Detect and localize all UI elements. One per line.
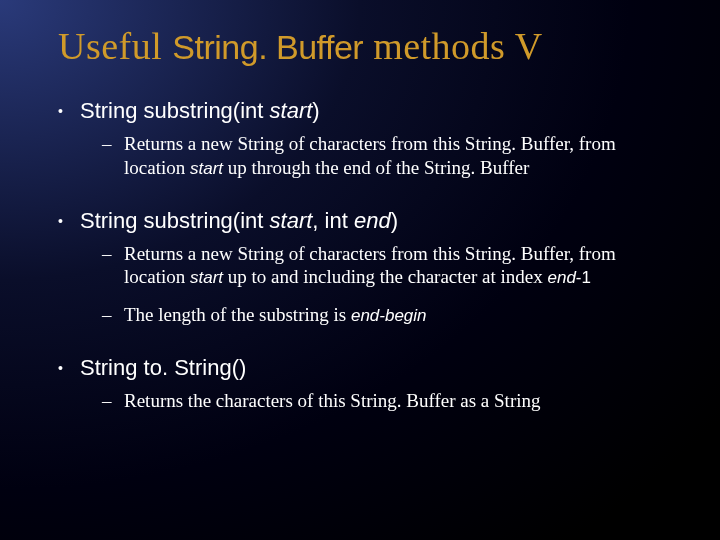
list-item: – Returns a new String of characters fro… xyxy=(102,132,680,180)
sig-param: start xyxy=(270,98,313,123)
sig-param: end xyxy=(354,208,391,233)
title-pre: Useful xyxy=(58,25,172,67)
sig-text: String substring(int xyxy=(80,208,270,233)
bullet-icon: • xyxy=(58,213,80,229)
sig-text: ) xyxy=(312,98,319,123)
sig-text: , int xyxy=(312,208,354,233)
desc-text: up through the end of the String. Buffer xyxy=(223,157,529,178)
list-item: • String substring(int start, int end) –… xyxy=(58,208,680,327)
method-heading: • String to. String() xyxy=(58,355,680,381)
sub-text: Returns a new String of characters from … xyxy=(124,242,680,290)
dash-icon: – xyxy=(102,304,124,326)
sig-param: start xyxy=(270,208,313,233)
sub-list: – Returns a new String of characters fro… xyxy=(102,242,680,327)
method-signature: String substring(int start) xyxy=(80,98,320,124)
title-mono: String. Buffer xyxy=(172,28,363,66)
method-heading: • String substring(int start) xyxy=(58,98,680,124)
sub-text: Returns a new String of characters from … xyxy=(124,132,680,180)
bullet-icon: • xyxy=(58,103,80,119)
bullet-list: • String substring(int start) – Returns … xyxy=(48,98,680,413)
list-item: – Returns a new String of characters fro… xyxy=(102,242,680,290)
dash-icon: – xyxy=(102,390,124,412)
desc-text: -1 xyxy=(576,268,591,287)
slide-title: Useful String. Buffer methods V xyxy=(58,24,680,68)
sig-text: ) xyxy=(391,208,398,233)
sub-text: The length of the substring is end-begin xyxy=(124,303,427,327)
slide: Useful String. Buffer methods V • String… xyxy=(0,0,720,540)
sig-text: String substring(int xyxy=(80,98,270,123)
list-item: • String to. String() – Returns the char… xyxy=(58,355,680,413)
desc-text: up to and including the character at ind… xyxy=(223,266,547,287)
desc-param: end xyxy=(547,268,575,287)
sub-text: Returns the characters of this String. B… xyxy=(124,389,541,413)
method-signature: String substring(int start, int end) xyxy=(80,208,398,234)
dash-icon: – xyxy=(102,133,124,155)
desc-text: Returns the characters of this String. B… xyxy=(124,390,541,411)
desc-param: start xyxy=(190,159,223,178)
list-item: – Returns the characters of this String.… xyxy=(102,389,680,413)
list-item: – The length of the substring is end-beg… xyxy=(102,303,680,327)
bullet-icon: • xyxy=(58,360,80,376)
sig-text: String to. String() xyxy=(80,355,246,380)
sub-list: – Returns the characters of this String.… xyxy=(102,389,680,413)
list-item: • String substring(int start) – Returns … xyxy=(58,98,680,180)
desc-param: start xyxy=(190,268,223,287)
title-post: methods V xyxy=(363,25,543,67)
sub-list: – Returns a new String of characters fro… xyxy=(102,132,680,180)
desc-param: end-begin xyxy=(351,306,427,325)
method-signature: String to. String() xyxy=(80,355,246,381)
method-heading: • String substring(int start, int end) xyxy=(58,208,680,234)
dash-icon: – xyxy=(102,243,124,265)
desc-text: The length of the substring is xyxy=(124,304,351,325)
